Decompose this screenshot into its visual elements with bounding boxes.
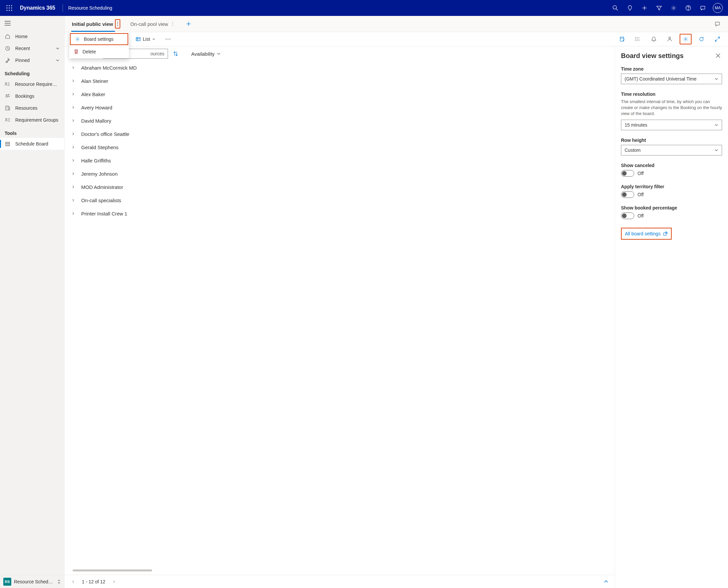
nav-resource-requirements[interactable]: Resource Requireme... [0,78,64,90]
chevron-down-icon [714,77,719,81]
chevron-down-icon [217,52,221,56]
home-icon [5,34,10,39]
resource-name: Doctor's office Seattle [81,131,129,137]
nav-pinned[interactable]: Pinned [0,54,64,66]
link-label: All board settings [625,231,660,236]
nav-resources[interactable]: Resources [0,102,64,114]
lightbulb-icon[interactable] [623,0,637,16]
chevron-right-icon [71,172,75,175]
select-value: (GMT) Coordinated Universal Time [625,76,697,82]
svg-point-32 [117,25,118,26]
chevron-right-icon [71,92,75,96]
ctx-delete[interactable]: Delete [69,46,129,58]
chat-panel-icon[interactable] [711,21,723,27]
hamburger-icon[interactable] [0,16,64,30]
list-item[interactable]: David Mallory [65,114,615,127]
next-page-button[interactable] [110,578,118,586]
sort-arrows-icon[interactable] [173,51,178,56]
chevron-down-icon [56,58,60,62]
list-item[interactable]: Jeremy Johnson [65,167,615,180]
nav-recent[interactable]: Recent [0,42,64,54]
nav-schedule-board[interactable]: Schedule Board [0,138,64,150]
field-label: Row height [621,138,722,143]
show-canceled-toggle[interactable] [621,170,634,177]
chevron-right-icon [71,66,75,69]
list-item[interactable]: MOD Administrator [65,180,615,193]
collapse-up-button[interactable] [602,578,610,586]
list-item[interactable]: Alex Baker [65,87,615,101]
settings-icon[interactable] [666,0,681,16]
bell-icon-button[interactable] [648,34,660,44]
list-item[interactable]: Avery Howard [65,101,615,114]
person-icon-button[interactable] [664,34,676,44]
main-area: Initial public view On-call pool view Bo… [65,16,728,588]
expand-icon-button[interactable] [711,34,723,44]
chevron-down-icon [56,46,60,50]
prev-page-button[interactable] [69,578,77,586]
rowheight-select[interactable]: Custom [621,145,722,155]
search-icon[interactable] [608,0,623,16]
add-tab-button[interactable] [183,18,194,30]
list-item[interactable]: On-call specialists [65,193,615,207]
more-ellipsis-button[interactable] [162,34,174,44]
nav-label: Recent [15,46,30,51]
pager-text: 1 - 12 of 12 [82,579,105,584]
svg-point-53 [635,40,636,41]
tab-on-call-pool-view[interactable]: On-call pool view [128,16,177,32]
list-item[interactable]: Halle Griffiths [65,154,615,167]
add-icon[interactable] [637,0,652,16]
field-label: Time resolution [621,91,722,97]
all-board-settings-link[interactable]: All board settings [621,228,672,240]
svg-point-34 [172,23,173,24]
footer-label: Resource Schedul... [14,579,54,584]
select-value: 15 minutes [625,122,647,128]
chat-assist-icon[interactable] [695,0,710,16]
svg-point-31 [117,23,118,24]
table-icon [135,37,141,42]
tab-more-icon[interactable] [170,19,175,28]
list-icon-button[interactable] [632,34,644,44]
refresh-icon-button[interactable] [695,34,707,44]
svg-point-13 [673,7,675,9]
tab-initial-public-view[interactable]: Initial public view [69,16,122,32]
settings-gear-button[interactable] [680,34,691,44]
filter-icon[interactable] [652,0,666,16]
section-tools: Tools [0,126,64,138]
booked-toggle[interactable] [621,212,634,219]
calendar-grid-icon [5,141,10,147]
resolution-select[interactable]: 15 minutes [621,120,722,130]
resource-name: Gerald Stephens [81,145,119,150]
book-icon-button[interactable] [616,34,628,44]
tab-bar: Initial public view On-call pool view [65,16,728,32]
app-launcher-icon[interactable] [3,0,16,16]
list-view-button[interactable]: List [133,34,158,44]
chevron-right-icon [71,146,75,149]
resource-list-area: ources Availability Abraham McCormick MD… [65,46,615,588]
nav-bookings[interactable]: Bookings [0,90,64,102]
nav-requirement-groups[interactable]: Requirement Groups [0,114,64,126]
list-item[interactable]: Printer Install Crew 1 [65,207,615,220]
list-item[interactable]: Doctor's office Seattle [65,127,615,141]
list-item[interactable]: Alan Steiner [65,74,615,87]
tab-more-icon[interactable] [115,19,120,28]
trash-icon [73,49,79,55]
timezone-select[interactable]: (GMT) Coordinated Universal Time [621,74,722,84]
field-label: Time zone [621,66,722,71]
help-icon[interactable] [681,0,695,16]
close-icon[interactable] [714,52,722,60]
svg-point-25 [6,118,7,120]
resource-name: Abraham McCormick MD [81,65,137,70]
svg-point-52 [635,39,636,39]
avatar[interactable]: MA [713,3,723,13]
nav-footer[interactable]: RS Resource Schedul... [0,575,64,588]
territory-toggle[interactable] [621,191,634,198]
nav-home[interactable]: Home [0,30,64,42]
list-item[interactable]: Abraham McCormick MD [65,61,615,74]
resource-name: Printer Install Crew 1 [81,211,127,216]
horizontal-scrollbar[interactable] [69,569,610,572]
list-item[interactable]: Gerald Stephens [65,141,615,154]
tab-label: On-call pool view [130,21,168,27]
ctx-board-settings[interactable]: Board settings [70,33,128,45]
svg-point-44 [167,39,168,40]
sort-dropdown[interactable]: Availability [191,51,221,57]
